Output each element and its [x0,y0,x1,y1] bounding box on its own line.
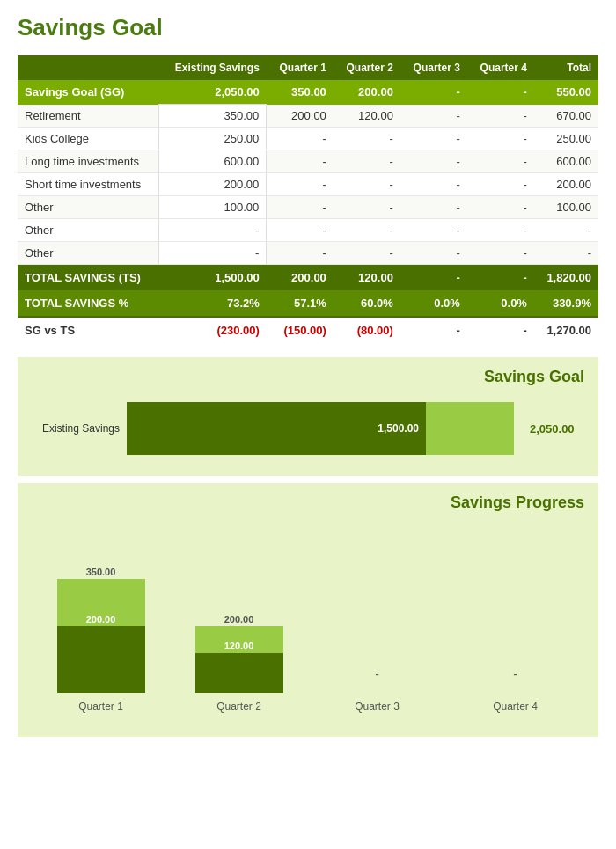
bar-actual-q1 [57,626,145,693]
total-q1: 200.00 [267,265,334,291]
col-header-q3: Quarter 3 [400,55,467,80]
table-row: Other - - - - - - [18,242,598,265]
pct-total: 330.9% [534,290,598,317]
row-q3: - [400,173,467,196]
row-total: 200.00 [534,173,598,196]
col-header-q1: Quarter 1 [267,55,334,80]
sg-q2: 200.00 [334,80,400,105]
total-savings-row: TOTAL SAVINGS (TS) 1,500.00 200.00 120.0… [18,265,598,291]
bar-wrapper-q2: 200.00 120.00 [182,544,297,693]
row-q1: 200.00 [267,105,334,128]
table-row: Short time investments 200.00 - - - - 20… [18,173,598,196]
row-total: - [534,219,598,242]
row-q3: - [400,242,467,265]
row-total: 250.00 [534,128,598,150]
row-q3: - [400,150,467,173]
row-label: Other [18,219,158,242]
row-q2: 120.00 [334,105,400,128]
total-label: TOTAL SAVINGS (TS) [18,265,158,291]
row-label: Retirement [18,105,158,128]
row-q1: - [267,219,334,242]
bar-dash-q3: - [375,667,379,681]
row-q3: - [400,219,467,242]
row-q2: - [334,128,400,150]
table-row: Other 100.00 - - - - 100.00 [18,196,598,219]
row-q2: - [334,219,400,242]
sg-existing: 2,050.00 [158,80,267,105]
pct-q2: 60.0% [334,290,400,317]
savings-progress-title: Savings Progress [32,494,584,512]
sg-label: Savings Goal (SG) [18,80,158,105]
savings-goal-chart: Savings Goal Existing Savings 1,500.00 2… [18,357,598,476]
row-q4: - [467,105,534,128]
bar-chart-area: 350.00 200.00 Quarter 1 200.00 120.00 Qu… [32,526,584,720]
row-existing: 250.00 [158,128,267,150]
hbar-track: 1,500.00 [127,402,514,455]
row-q1: - [267,173,334,196]
col-header-q2: Quarter 2 [334,55,400,80]
sgvts-q4: - [467,317,534,343]
pct-label: TOTAL SAVINGS % [18,290,158,317]
row-q1: - [267,196,334,219]
row-q4: - [467,128,534,150]
bar-xlabel-q1: Quarter 1 [78,700,123,713]
row-label: Other [18,196,158,219]
bar-dash-q4: - [513,667,517,681]
row-total: - [534,242,598,265]
hbar-container: Existing Savings 1,500.00 2,050.00 [32,395,584,462]
row-q1: - [267,128,334,150]
savings-progress-chart: Savings Progress 350.00 200.00 Quarter 1 [18,483,598,737]
col-header-total: Total [534,55,598,80]
table-row: Kids College 250.00 - - - - 250.00 [18,128,598,150]
pct-existing: 73.2% [158,290,267,317]
pct-q3: 0.0% [400,290,467,317]
sgvts-existing: (230.00) [158,317,267,343]
row-q1: - [267,242,334,265]
bar-goal-val-q2: 200.00 [224,614,254,625]
bar-wrapper-q4: - [458,544,573,693]
bar-actual-q2 [195,653,283,693]
hbar-filled: 1,500.00 [127,402,426,455]
sg-q3: - [400,80,467,105]
row-total: 670.00 [534,105,598,128]
hbar-filled-value: 1,500.00 [378,422,419,435]
total-q3: - [400,265,467,291]
total-total: 1,820.00 [534,265,598,291]
table-header-row: Existing Savings Quarter 1 Quarter 2 Qua… [18,55,598,80]
hbar-label: Existing Savings [32,422,120,435]
table-row: Retirement 350.00 200.00 120.00 - - 670.… [18,105,598,128]
total-savings-pct-row: TOTAL SAVINGS % 73.2% 57.1% 60.0% 0.0% 0… [18,290,598,317]
bar-wrapper-q1: 350.00 200.00 [44,544,158,693]
bar-xlabel-q2: Quarter 2 [216,700,261,713]
sgvts-label: SG vs TS [18,317,158,343]
row-q4: - [467,242,534,265]
sgvts-q2: (80.00) [334,317,400,343]
bar-xlabel-q3: Quarter 3 [355,700,400,713]
row-existing: - [158,242,267,265]
row-existing: 350.00 [158,105,267,128]
total-q4: - [467,265,534,291]
col-header-existing: Existing Savings [158,55,267,80]
col-header-q4: Quarter 4 [467,55,534,80]
row-total: 100.00 [534,196,598,219]
hbar-remaining [426,402,514,455]
sg-q4: - [467,80,534,105]
row-q4: - [467,219,534,242]
row-q4: - [467,150,534,173]
total-existing: 1,500.00 [158,265,267,291]
row-total: 600.00 [534,150,598,173]
bar-group-q1: 350.00 200.00 Quarter 1 [44,526,158,693]
bar-group-q3: - Quarter 3 [320,526,435,693]
sg-vs-ts-row: SG vs TS (230.00) (150.00) (80.00) - - 1… [18,317,598,343]
row-q3: - [400,196,467,219]
table-row: Other - - - - - - [18,219,598,242]
row-q1: - [267,150,334,173]
bar-group-q4: - Quarter 4 [458,526,573,693]
sg-total: 550.00 [534,80,598,105]
row-q2: - [334,242,400,265]
row-q2: - [334,196,400,219]
sgvts-total: 1,270.00 [534,317,598,343]
row-existing: 100.00 [158,196,267,219]
sg-q1: 350.00 [267,80,334,105]
sgvts-q3: - [400,317,467,343]
